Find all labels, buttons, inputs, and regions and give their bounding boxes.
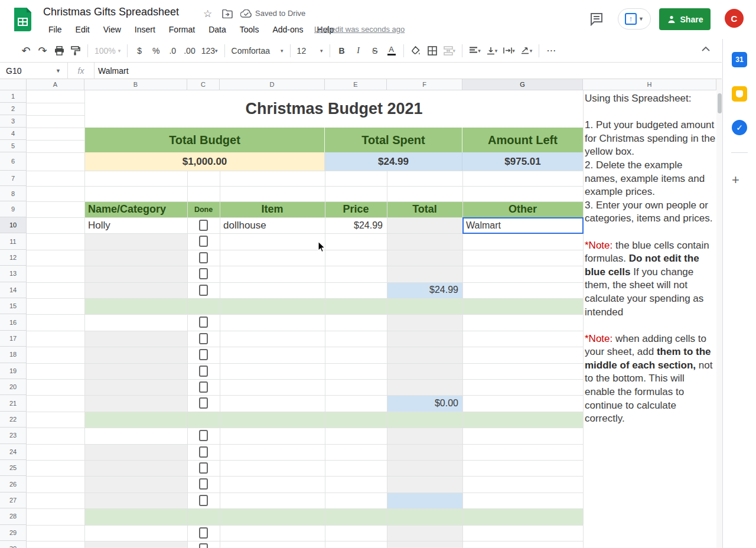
section-divider-row-15[interactable] [84, 298, 583, 314]
row-header-11[interactable]: 11 [0, 233, 27, 249]
row-header-3[interactable]: 3 [0, 115, 27, 128]
cell-B30[interactable] [84, 541, 187, 548]
text-color-button[interactable]: A [384, 43, 399, 59]
cell-F13[interactable] [387, 266, 462, 282]
keep-icon[interactable] [732, 86, 747, 102]
bold-button[interactable]: B [334, 43, 350, 59]
checkbox-row-13[interactable] [199, 268, 208, 279]
redo-button[interactable]: ↷ [35, 43, 50, 59]
cell-F16[interactable] [387, 314, 462, 330]
column-header-E[interactable]: E [325, 79, 387, 90]
row-header-8[interactable]: 8 [0, 186, 27, 201]
scrollbar-thumb[interactable] [718, 93, 722, 113]
share-button[interactable]: Share [659, 8, 711, 30]
column-header-A[interactable]: A [27, 79, 84, 90]
menu-item-tools[interactable]: Tools [234, 23, 265, 36]
checkbox-row-11[interactable] [199, 236, 208, 247]
cell-text-name[interactable]: Holly [88, 217, 187, 233]
row-header-18[interactable]: 18 [0, 347, 27, 363]
cell-B24[interactable] [84, 444, 187, 460]
formula-input[interactable]: Walmart [94, 66, 129, 76]
row-header-7[interactable]: 7 [0, 171, 27, 186]
chevron-down-icon[interactable]: ▼ [56, 68, 67, 74]
paint-format-button[interactable] [68, 43, 83, 59]
column-header-B[interactable]: B [84, 79, 187, 90]
column-header-F[interactable]: F [387, 79, 462, 90]
checkbox-row-10[interactable] [199, 220, 208, 231]
row-header-22[interactable]: 22 [0, 412, 27, 428]
summary-value-total-budget[interactable]: $1,000.00 [85, 152, 325, 171]
menu-item-addons[interactable]: Add-ons [267, 23, 308, 36]
cell-B19[interactable] [84, 363, 187, 379]
presentation-request-button[interactable]: ↑ ▼ [618, 8, 651, 30]
cell-F10[interactable] [387, 217, 462, 233]
font-size-select[interactable]: 12▾ [295, 43, 325, 59]
cell-F23[interactable] [387, 428, 462, 443]
move-to-folder-icon[interactable] [222, 9, 233, 18]
section-divider-row-28[interactable] [84, 508, 583, 524]
row-header-29[interactable]: 29 [0, 525, 27, 541]
row-header-5[interactable]: 5 [0, 140, 27, 152]
cell-B14[interactable] [84, 282, 187, 298]
cell-B18[interactable] [84, 347, 187, 363]
summary-header-total-spent[interactable]: Total Spent [325, 128, 462, 152]
cell-F12[interactable] [387, 250, 462, 266]
row-header-2[interactable]: 2 [0, 103, 27, 115]
checkbox-row-23[interactable] [199, 430, 208, 441]
text-rotation-button[interactable]: ▾ [519, 43, 535, 59]
increase-decimal-button[interactable]: .00 [181, 43, 197, 59]
checkbox-row-24[interactable] [199, 446, 208, 458]
tasks-icon[interactable]: ✓ [732, 120, 747, 135]
column-header-H[interactable]: H [583, 79, 716, 90]
cell-F24[interactable] [387, 444, 462, 460]
decrease-decimal-button[interactable]: .0 [165, 43, 180, 59]
summary-header-total-budget[interactable]: Total Budget [85, 128, 325, 152]
cell-F11[interactable] [387, 233, 462, 249]
menu-item-insert[interactable]: Insert [129, 23, 161, 36]
checkbox-row-19[interactable] [199, 366, 208, 377]
row-header-19[interactable]: 19 [0, 363, 27, 379]
comments-icon[interactable] [589, 12, 604, 26]
zoom-select[interactable]: 100% ▾ [92, 43, 123, 59]
cell-F17[interactable] [387, 331, 462, 347]
last-edit-link[interactable]: Last edit was seconds ago [314, 25, 405, 34]
vertical-scrollbar[interactable] [716, 79, 722, 548]
row-header-12[interactable]: 12 [0, 250, 27, 266]
merge-cells-button[interactable]: ▾ [441, 43, 458, 59]
document-title[interactable]: Christmas Gifts Spreadsheet [43, 6, 179, 18]
spreadsheet-grid[interactable]: ABCDEFGH12345678910111213141516171819202… [0, 79, 716, 548]
section-divider-row-22[interactable] [84, 412, 583, 428]
collapse-toolbar-button[interactable] [702, 44, 710, 53]
add-addon-icon[interactable]: + [732, 172, 739, 188]
checkbox-row-18[interactable] [199, 349, 208, 360]
column-header-D[interactable]: D [220, 79, 325, 90]
menu-item-edit[interactable]: Edit [70, 23, 95, 36]
text-wrap-button[interactable]: ▾ [501, 43, 517, 59]
borders-button[interactable] [425, 43, 440, 59]
cell-F25[interactable] [387, 460, 462, 476]
cell-F29[interactable] [387, 525, 462, 541]
vertical-align-button[interactable]: ▾ [484, 43, 500, 59]
cell-F20[interactable] [387, 379, 462, 395]
checkbox-row-16[interactable] [199, 317, 208, 328]
cell-F19[interactable] [387, 363, 462, 379]
row-header-27[interactable]: 27 [0, 492, 27, 508]
cell-B13[interactable] [84, 266, 187, 282]
summary-header-amount-left[interactable]: Amount Left [462, 128, 583, 152]
menu-item-view[interactable]: View [98, 23, 126, 36]
column-header-C[interactable]: C [187, 79, 220, 90]
checkbox-row-26[interactable] [199, 478, 208, 490]
cell-F18[interactable] [387, 347, 462, 363]
row-header-13[interactable]: 13 [0, 266, 27, 282]
menu-item-data[interactable]: Data [203, 23, 232, 36]
row-header-25[interactable]: 25 [0, 460, 27, 476]
row-header-17[interactable]: 17 [0, 331, 27, 347]
cell-B21[interactable] [84, 395, 187, 411]
checkbox-row-29[interactable] [199, 527, 208, 539]
row-header-9[interactable]: 9 [0, 201, 27, 217]
row-header-28[interactable]: 28 [0, 508, 27, 524]
checkbox-row-17[interactable] [199, 333, 208, 344]
row-header-20[interactable]: 20 [0, 379, 27, 395]
italic-button[interactable]: I [351, 43, 366, 59]
cell-text-price[interactable]: $24.99 [325, 217, 383, 233]
